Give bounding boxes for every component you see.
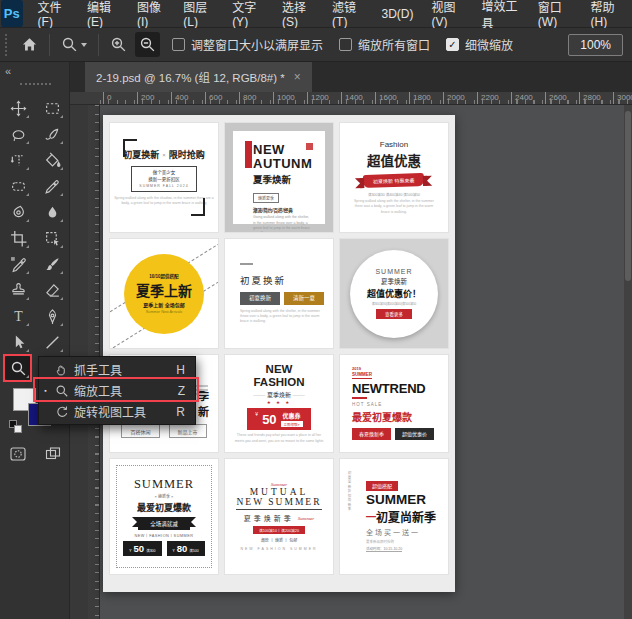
card4-title: 夏季上新 — [136, 280, 192, 300]
card1-times: × — [162, 152, 166, 158]
zoom-out-icon — [139, 36, 156, 53]
brush-tool[interactable] — [39, 252, 65, 276]
document-tab[interactable]: 2-19.psd @ 16.7% (组 12, RGB/8#) * × — [85, 62, 312, 92]
slice-select-tool[interactable] — [39, 226, 65, 250]
card2-note: Going walked along with the shelter, in … — [253, 215, 311, 233]
design-card-8: NEW FASHION —— 夏季焕新 —— ★ ★ ★ ¥ 50 优惠券 立即… — [224, 354, 334, 453]
ruler-tick: 2400 — [511, 92, 533, 105]
menu-3d[interactable]: 3D(D) — [373, 0, 423, 28]
menu-edit[interactable]: 编辑(E) — [78, 0, 128, 28]
menu-select[interactable]: 选择(S) — [273, 0, 323, 28]
zoom-out-button[interactable] — [135, 32, 160, 57]
color-sampler-tool[interactable] — [5, 252, 31, 276]
card12-summer: SUMMER — [366, 493, 426, 508]
card1-title-right: 限时抢购 — [169, 148, 205, 161]
default-colors-icon[interactable] — [9, 420, 22, 433]
document-canvas[interactable]: 初夏换新 × 限时抢购 做个美少女 换新一夏折扣区 SUMMER FALL 20… — [103, 115, 455, 592]
spot-healing-tool[interactable] — [5, 200, 31, 224]
card11-cn: 夏季焕新季 — [244, 513, 294, 523]
flyout-zoom-tool[interactable]: ▪ 缩放工具 Z — [39, 380, 195, 401]
card2-tag: 焕新夏季 — [253, 193, 279, 203]
menu-help[interactable]: 帮助(H) — [581, 0, 632, 28]
flyout-hand-shortcut: H — [176, 363, 195, 377]
card11-mutual: MUTUAL — [250, 487, 309, 497]
zoom-tool-flyout-menu: 抓手工具 H ▪ 缩放工具 Z 旋转视图工具 R — [38, 356, 196, 425]
menu-filter[interactable]: 滤镜(T) — [323, 0, 372, 28]
options-bar: 调整窗口大小以满屏显示 缩放所有窗口 ✓ 细微缩放 100% — [0, 28, 632, 62]
zoom-level-field[interactable]: 100% — [568, 34, 623, 56]
lasso-tool[interactable] — [5, 122, 31, 146]
card4-sub: 夏季上新 全场包邮 — [143, 301, 184, 308]
menu-layer[interactable]: 图层(L) — [174, 0, 223, 28]
card1-title-left: 初夏换新 — [123, 148, 159, 161]
card5-badge-gold: 清新一夏 — [284, 292, 324, 305]
stamp-tool[interactable] — [5, 278, 31, 302]
option-zoom-all-windows[interactable]: 缩放所有窗口 — [339, 36, 430, 53]
card8-currency: ¥ — [255, 411, 258, 417]
card9-hot-sale: HOT SALE — [352, 402, 382, 407]
patch-tool[interactable] — [5, 174, 31, 198]
card12-title: 初夏尚新季 — [376, 508, 436, 525]
menu-window[interactable]: 窗口(W) — [529, 0, 582, 28]
card7-button2: 新品上市 — [169, 424, 207, 438]
design-card-3: Fashion 超值优惠 初夏焕新 特惠来袭 满300减30 满400减40 满… — [339, 122, 449, 233]
quick-mask-button[interactable] — [9, 446, 27, 462]
option-fit-screen[interactable]: 调整窗口大小以满屏显示 — [172, 36, 323, 53]
pen-tool[interactable] — [39, 304, 65, 328]
option-scrubby-zoom[interactable]: ✓ 细微缩放 — [446, 36, 513, 53]
menu-file[interactable]: 文件(F) — [29, 0, 78, 28]
paint-bucket-tool[interactable] — [39, 148, 65, 172]
move-tool[interactable] — [5, 96, 31, 120]
rectangular-marquee-tool[interactable] — [39, 96, 65, 120]
flyout-rotate-view-tool[interactable]: 旋转视图工具 R — [39, 401, 195, 422]
ruler-tick: 3000 — [613, 92, 632, 105]
card1-box-line1: 做个美少女 — [139, 169, 188, 176]
card11-footer: NEW FASHION SUMMER — [240, 547, 317, 551]
card9-badge-red: 春夏焕新季 — [352, 428, 391, 440]
checkbox-checked[interactable]: ✓ — [446, 38, 459, 51]
tool-preset-zoom[interactable] — [57, 32, 91, 57]
ruler-tick: 800 — [239, 92, 256, 105]
vertical-scrollbar[interactable] — [624, 105, 632, 619]
line-tool[interactable] — [39, 330, 65, 354]
document-tab-bar: 2-19.psd @ 16.7% (组 12, RGB/8#) * × — [70, 62, 632, 92]
card2-subtitle: 夏季焕新 — [253, 172, 325, 186]
menu-bar: Ps 文件(F) 编辑(E) 图像(I) 图层(L) 文字(Y) 选择(S) 滤… — [0, 0, 632, 28]
card3-cond: 满300减30 满400减40 满500减50 — [368, 192, 420, 197]
blur-tool[interactable] — [39, 200, 65, 224]
menu-view[interactable]: 视图(V) — [423, 0, 473, 28]
eraser-tool[interactable] — [39, 278, 65, 302]
tab-close-icon[interactable]: × — [294, 70, 301, 84]
zoom-tool-selected[interactable] — [5, 356, 31, 380]
home-button[interactable] — [17, 32, 42, 57]
crop-tool[interactable] — [5, 226, 31, 250]
eyedropper-tool[interactable] — [39, 174, 65, 198]
screen-mode-button[interactable] — [44, 446, 62, 462]
rotate-view-icon — [52, 405, 72, 419]
ruler-tick: 0 — [103, 92, 111, 105]
scrollbar-thumb[interactable] — [625, 111, 631, 281]
mixer-brush-tool[interactable] — [39, 122, 65, 146]
type-mask-tool[interactable] — [5, 148, 31, 172]
ruler-tick: 2600 — [545, 92, 567, 105]
menu-type[interactable]: 文字(Y) — [223, 0, 273, 28]
checkbox-unchecked[interactable] — [339, 38, 352, 51]
panel-grip[interactable] — [20, 83, 51, 86]
card2-title2: AUTUNM — [253, 157, 325, 171]
zoom-in-button[interactable] — [106, 32, 131, 57]
card5-badge-gray: 初夏换新 — [240, 292, 280, 305]
zoom-in-icon — [110, 36, 127, 53]
menu-image[interactable]: 图像(I) — [128, 0, 174, 28]
path-select-tool[interactable] — [5, 330, 31, 354]
zoom-tool-icon — [61, 36, 78, 53]
menu-plugins[interactable]: 增效工具 — [472, 0, 528, 28]
card11-script2: Summer — [298, 516, 314, 521]
flyout-hand-tool[interactable]: 抓手工具 H — [39, 359, 195, 380]
card8-title2: FASHION — [253, 376, 304, 389]
card5-note3: brace is walking. — [240, 319, 322, 324]
type-tool[interactable]: T — [5, 304, 31, 328]
checkbox-unchecked[interactable] — [172, 38, 185, 51]
collapse-panel-icon[interactable]: « — [5, 65, 10, 77]
photoshop-logo: Ps — [1, 0, 23, 27]
flyout-rotate-label: 旋转视图工具 — [72, 403, 176, 420]
